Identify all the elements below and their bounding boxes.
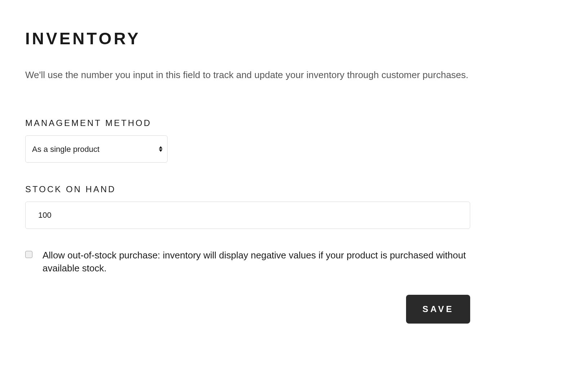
- management-method-select[interactable]: As a single product: [25, 135, 168, 163]
- management-method-select-wrapper: As a single product: [25, 135, 168, 163]
- save-button[interactable]: SAVE: [406, 295, 470, 324]
- page-title: INVENTORY: [25, 29, 494, 48]
- allow-out-of-stock-label: Allow out-of-stock purchase: inventory w…: [43, 249, 470, 275]
- inventory-form: INVENTORY We'll use the number you input…: [25, 29, 494, 324]
- page-description: We'll use the number you input in this f…: [25, 68, 494, 82]
- allow-out-of-stock-checkbox[interactable]: [25, 251, 32, 258]
- button-row: SAVE: [25, 295, 470, 324]
- management-method-label: MANAGEMENT METHOD: [25, 118, 494, 128]
- allow-out-of-stock-row: Allow out-of-stock purchase: inventory w…: [25, 249, 470, 275]
- stock-on-hand-input[interactable]: [25, 202, 470, 229]
- stock-on-hand-label: STOCK ON HAND: [25, 184, 494, 194]
